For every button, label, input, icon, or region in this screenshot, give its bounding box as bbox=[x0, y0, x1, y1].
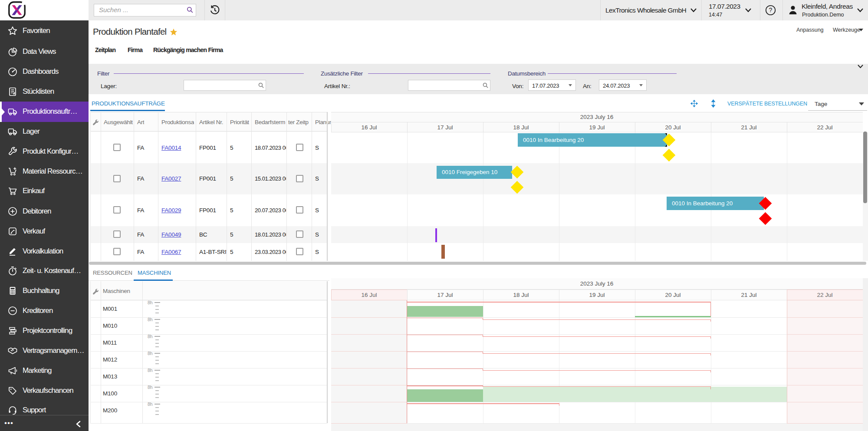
svg-text:?: ? bbox=[769, 7, 773, 13]
